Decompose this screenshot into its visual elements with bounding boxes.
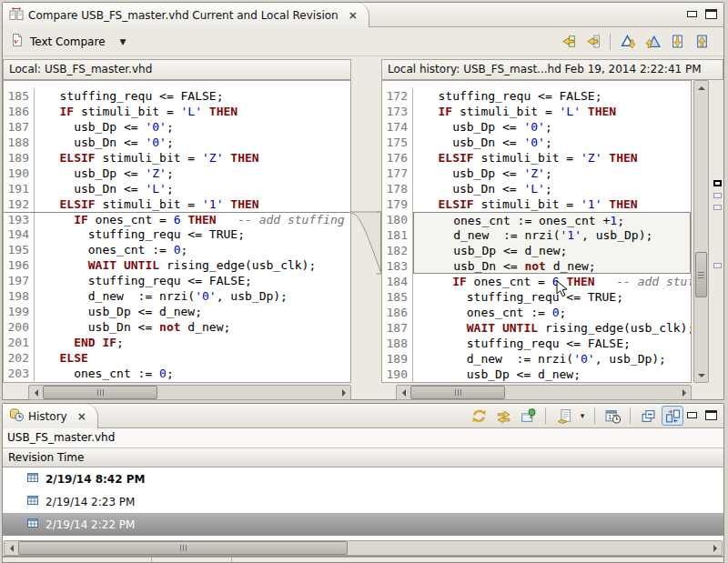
scrollbar-thumb[interactable]: [18, 541, 348, 555]
code-text[interactable]: usb_Dp <= d_new;: [413, 243, 691, 258]
scroll-right-icon[interactable]: [708, 541, 722, 555]
code-text[interactable]: usb_Dn <= '0';: [35, 135, 350, 150]
scrollbar-track[interactable]: [348, 541, 708, 555]
collapse-all-icon[interactable]: [637, 406, 659, 426]
scroll-right-icon[interactable]: [677, 386, 691, 399]
scroll-down-icon[interactable]: [694, 368, 708, 382]
left-horizontal-scrollbar[interactable]: [28, 385, 351, 400]
code-text[interactable]: usb_Dn <= '0';: [413, 135, 691, 150]
revision-row[interactable]: 2/19/14 2:23 PM: [3, 490, 723, 513]
revision-time-label: 2/19/14 2:23 PM: [46, 496, 135, 508]
previous-difference-icon[interactable]: [642, 32, 663, 52]
code-text[interactable]: END IF;: [35, 335, 350, 350]
date-time-format-icon[interactable]: 12: [602, 406, 623, 426]
code-text[interactable]: stuffing_requ <= FALSE;: [35, 273, 350, 288]
editor-window-buttons: [686, 9, 717, 19]
code-line: 185 stuffing_requ <= TRUE;: [382, 289, 691, 305]
line-number: 187: [4, 119, 35, 135]
diff-marker[interactable]: [713, 205, 722, 210]
code-text[interactable]: ELSIF stimuli_bit = 'Z' THEN: [35, 150, 350, 166]
history-code-pane[interactable]: 172 stuffing_requ <= FALSE;173 IF stimul…: [381, 80, 692, 383]
code-text[interactable]: d_new := nrzi('1', usb_Dp);: [413, 227, 691, 243]
code-text[interactable]: ones_cnt := ones_cnt +1;: [413, 212, 691, 227]
close-icon[interactable]: ×: [77, 411, 86, 422]
diff-marker[interactable]: [713, 263, 722, 268]
diff-marker-current[interactable]: [713, 180, 722, 186]
revision-time-column-header[interactable]: Revision Time: [3, 448, 723, 467]
editor-tab-bar: Compare USB_FS_master.vhd Current and Lo…: [3, 3, 723, 27]
code-text[interactable]: usb_Dn <= not d_new;: [413, 258, 691, 274]
revision-row[interactable]: 2/19/14 8:42 PM: [3, 467, 723, 490]
group-revisions-icon[interactable]: [552, 406, 574, 426]
editor-tab-title: Compare USB_FS_master.vhd Current and Lo…: [28, 9, 339, 22]
revision-row[interactable]: 2/19/14 2:22 PM: [3, 513, 723, 536]
diff-marker[interactable]: [713, 193, 722, 198]
code-text[interactable]: stuffing_requ <= FALSE;: [413, 88, 691, 104]
code-text[interactable]: WAIT UNTIL rising_edge(usb_clk);: [413, 320, 691, 336]
code-text[interactable]: IF stimuli_bit = 'L' THEN: [413, 104, 691, 119]
code-text[interactable]: ones_cnt := 0;: [35, 366, 350, 381]
close-icon[interactable]: ×: [349, 10, 358, 21]
code-line: 174 usb_Dp <= '0';: [382, 119, 691, 135]
mode-dropdown-icon[interactable]: ▼: [120, 37, 126, 46]
right-horizontal-scrollbar[interactable]: [396, 385, 692, 400]
minimize-button[interactable]: [686, 9, 698, 19]
code-text[interactable]: ones_cnt := 0;: [35, 242, 350, 257]
code-text[interactable]: IF ones_cnt = 6 THEN -- add stuffing: [413, 274, 691, 289]
code-text[interactable]: WAIT UNTIL rising_edge(usb_clk);: [35, 257, 350, 273]
pin-icon[interactable]: [517, 406, 539, 426]
minimize-button[interactable]: [686, 410, 698, 420]
maximize-button[interactable]: [705, 410, 717, 420]
vertical-scrollbar[interactable]: [693, 80, 709, 383]
refresh-icon[interactable]: [468, 406, 490, 426]
scrollbar-thumb[interactable]: [410, 386, 505, 399]
code-text[interactable]: IF ones_cnt = 6 THEN -- add stuffing: [35, 213, 350, 226]
code-text[interactable]: stuffing_requ <= TRUE;: [35, 226, 350, 242]
scrollbar-thumb[interactable]: [43, 386, 157, 399]
code-text[interactable]: stuffing_requ <= FALSE;: [35, 88, 350, 104]
code-text[interactable]: ELSE: [35, 350, 350, 366]
code-line: 187 WAIT UNTIL rising_edge(usb_clk);: [382, 320, 691, 336]
code-text[interactable]: usb_Dp <= d_new;: [413, 367, 691, 382]
editor-tab[interactable]: Compare USB_FS_master.vhd Current and Lo…: [3, 3, 369, 27]
next-difference-icon[interactable]: [617, 32, 639, 52]
code-text[interactable]: d_new := nrzi('0', usb_Dp);: [413, 351, 691, 367]
code-text[interactable]: usb_Dp <= d_new;: [35, 304, 350, 319]
code-text[interactable]: d_new := nrzi('0', usb_Dp);: [35, 288, 350, 304]
history-horizontal-scrollbar[interactable]: [4, 540, 723, 556]
history-tab[interactable]: History ×: [3, 404, 98, 428]
scroll-left-icon[interactable]: [29, 386, 43, 399]
code-text[interactable]: usb_Dp <= '0';: [413, 119, 691, 135]
maximize-button[interactable]: [705, 9, 717, 19]
scrollbar-track[interactable]: [157, 386, 337, 399]
copy-current-right-to-left-icon[interactable]: [581, 32, 603, 52]
line-number: 185: [382, 289, 413, 305]
code-text[interactable]: usb_Dn <= 'L';: [35, 181, 350, 196]
scroll-up-icon[interactable]: [694, 81, 708, 95]
code-text[interactable]: usb_Dp <= 'Z';: [35, 166, 350, 181]
code-text[interactable]: stuffing_requ <= FALSE;: [413, 336, 691, 351]
code-text[interactable]: ones_cnt := 0;: [413, 305, 691, 320]
previous-change-icon[interactable]: [691, 32, 713, 52]
code-text[interactable]: usb_Dp <= 'Z';: [413, 166, 691, 181]
scrollbar-thumb[interactable]: [695, 252, 707, 297]
group-revisions-dropdown-icon[interactable]: ▾: [577, 406, 588, 426]
scroll-right-icon[interactable]: [337, 386, 350, 399]
line-number: 178: [382, 181, 413, 196]
code-text[interactable]: ELSIF stimuli_bit = 'Z' THEN: [413, 150, 691, 166]
code-text[interactable]: usb_Dp <= '0';: [35, 119, 350, 135]
copy-all-right-to-left-icon[interactable]: [557, 32, 579, 52]
code-text[interactable]: ELSIF stimuli_bit = '1' THEN: [413, 196, 691, 212]
code-text[interactable]: IF stimuli_bit = 'L' THEN: [35, 104, 350, 119]
next-change-icon[interactable]: [666, 32, 688, 52]
code-text[interactable]: stuffing_requ <= TRUE;: [413, 289, 691, 305]
local-code-pane[interactable]: 185 stuffing_requ <= FALSE;186 IF stimul…: [3, 80, 351, 383]
scroll-left-icon[interactable]: [5, 541, 18, 555]
code-text[interactable]: usb_Dn <= not d_new;: [35, 319, 350, 335]
scroll-left-icon[interactable]: [397, 386, 410, 399]
scrollbar-track[interactable]: [505, 386, 677, 399]
compare-mode-icon[interactable]: [662, 406, 683, 426]
link-with-editor-icon[interactable]: [492, 406, 514, 426]
code-text[interactable]: ELSIF stimuli_bit = '1' THEN: [35, 196, 350, 212]
code-text[interactable]: usb_Dn <= 'L';: [413, 181, 691, 196]
